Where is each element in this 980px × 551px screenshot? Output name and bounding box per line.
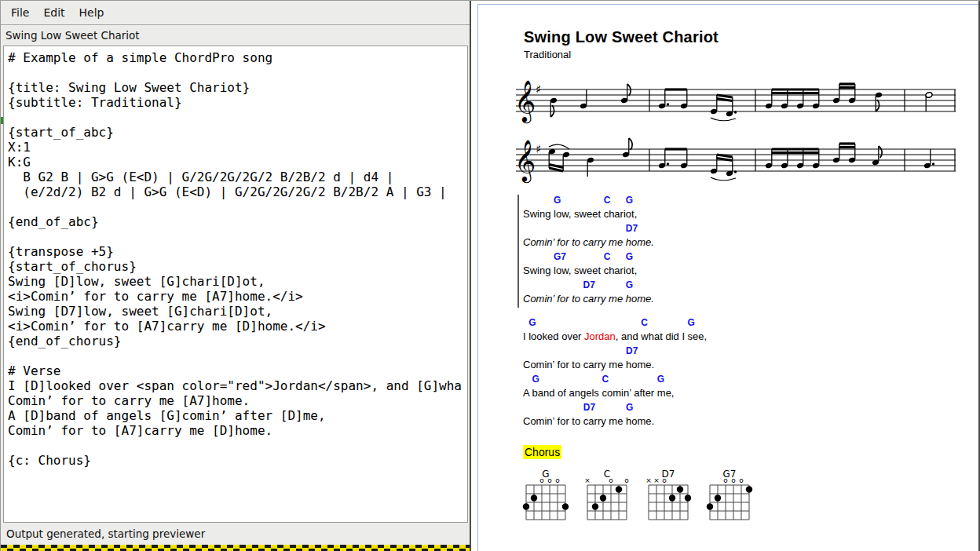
chord-diagram-g: Gooo [521,469,570,526]
editor-panel: File Edit Help Swing Low Sweet Chariot #… [0,1,471,551]
preview-pane[interactable]: Swing Low Sweet Chariot Traditional 𝄞♯ 𝄞… [473,1,980,551]
status-bar: Output generated, starting previewer [1,523,470,545]
song-subtitle: Traditional [524,49,571,60]
svg-text:o: o [739,476,744,484]
lyric-line: Comin’ for to D7carry me Ghome. [523,402,707,430]
svg-text:𝄞: 𝄞 [516,79,536,124]
svg-text:o: o [723,476,728,484]
menu-bar: File Edit Help [1,1,470,25]
document-tab-label: Swing Low Sweet Chariot [5,29,140,42]
svg-text:×: × [584,476,591,484]
chord-diagram-row: GoooC×ooD7××oG7ooo [521,469,754,526]
lyric-line: Comin’ for to D7carry me Ghome. [523,279,654,308]
svg-text:♯: ♯ [536,82,541,97]
svg-text:×: × [653,476,660,484]
svg-text:o: o [609,476,613,484]
svg-text:o: o [624,476,629,484]
svg-text:o: o [547,476,552,484]
verse-section: I Glooked over Jordan , and Cwhat did I … [523,317,707,430]
preview-page: Swing Low Sweet Chariot Traditional 𝄞♯ 𝄞… [477,4,980,551]
hazard-stripe [1,545,470,551]
source-editor[interactable]: # Example of a simple ChordPro song {tit… [3,46,468,523]
svg-text:♯: ♯ [536,142,541,156]
editor-code[interactable]: # Example of a simple ChordPro song {tit… [8,50,467,468]
menu-file[interactable]: File [4,4,36,21]
svg-text:o: o [662,476,667,484]
svg-text:𝄞: 𝄞 [516,139,536,184]
chord-diagram-d7: D7××o [644,469,693,526]
menu-edit[interactable]: Edit [36,4,71,21]
menu-help[interactable]: Help [72,4,112,21]
lyric-line: Comin’ for to carry me D7home. [523,345,707,374]
svg-text:o: o [539,476,544,484]
chord-diagram-c: C×oo [583,469,631,526]
document-tab[interactable]: Swing Low Sweet Chariot [1,25,470,46]
lyric-line: A Gband of angels Ccomin’ after Gme, [523,374,707,402]
svg-text:o: o [555,476,560,484]
lyric-line: Swing Glow, sweet CchariGot, [523,195,654,223]
music-staff-2: 𝄞♯ [516,132,965,188]
svg-text:×: × [645,476,652,484]
lyric-line: Swing G7low, sweet CchariGot, [523,251,654,279]
scroll-marker [1,117,3,124]
chorus-section: Swing Glow, sweet CchariGot, Comin’ for … [517,195,654,308]
status-text: Output generated, starting previewer [6,527,205,540]
song-title: Swing Low Sweet Chariot [524,28,719,46]
music-staff-1: 𝄞♯ [516,72,965,129]
chord-diagram-g7: G7ooo [705,469,754,526]
lyric-line: I Glooked over Jordan , and Cwhat did I … [523,317,707,345]
svg-text:o: o [731,476,736,484]
chorus-section-label: Chorus [523,445,561,459]
lyric-line: Comin’ for to carry me D7home. [523,223,654,251]
